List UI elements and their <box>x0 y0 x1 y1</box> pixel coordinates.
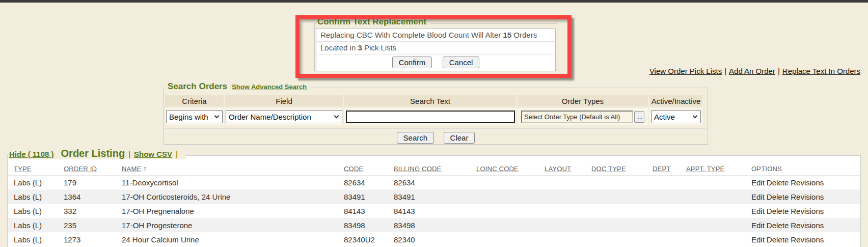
column-header-doc-type[interactable]: DOC TYPE <box>585 162 646 175</box>
table-cell: 83491 <box>338 189 388 204</box>
chevron-down-icon <box>693 113 698 118</box>
show-advanced-search-link[interactable]: Show Advanced Search <box>232 83 307 91</box>
search-orders-panel: Search OrdersShow Advanced Search Criter… <box>164 88 708 145</box>
table-cell <box>470 218 538 232</box>
order-listing-title: Order Listing <box>61 148 125 159</box>
column-header-label: NAME <box>122 165 141 173</box>
table-cell <box>646 189 680 204</box>
column-header-label: DOC TYPE <box>591 165 626 173</box>
active-inactive-select[interactable]: Active <box>651 110 701 123</box>
message-text: Orders <box>511 31 537 39</box>
column-header-layout[interactable]: LAYOUT <box>538 162 585 175</box>
table-cell <box>680 204 745 218</box>
column-header-code[interactable]: CODE <box>338 162 388 175</box>
column-header-label: APPT. TYPE <box>686 165 724 173</box>
legend-separator: | <box>128 150 130 158</box>
sort-ascending-icon: ↑ <box>143 164 147 173</box>
table-cell: 17-OH Pregnenalone <box>116 204 338 218</box>
revisions-link[interactable]: Revisions <box>791 235 824 244</box>
table-cell <box>646 175 680 189</box>
header-field: Field <box>225 95 343 106</box>
delete-link[interactable]: Delete <box>767 221 789 230</box>
dialog-message-line2: Located in 3 Pick Lists <box>316 42 555 54</box>
search-header-row: Criteria Field Search Text Order Types A… <box>165 95 707 106</box>
column-header-loinc-code[interactable]: LOINC CODE <box>470 162 538 175</box>
row-options-cell: EditDeleteRevisions <box>745 175 860 189</box>
column-header-name[interactable]: NAME↑ <box>116 162 338 175</box>
table-cell: 1364 <box>58 189 116 204</box>
table-cell <box>680 175 745 189</box>
field-select[interactable]: Order Name/Description <box>226 110 342 123</box>
table-cell: 84143 <box>388 204 470 218</box>
revisions-link[interactable]: Revisions <box>791 193 824 201</box>
dialog-body: Replacing CBC With Complete Blood Count … <box>316 29 556 71</box>
revisions-link[interactable]: Revisions <box>791 207 824 215</box>
order-table-header-row: TYPEORDER IDNAME↑CODEBILLING CODELOINC C… <box>8 162 860 175</box>
column-header-label: TYPE <box>14 165 32 173</box>
chevron-down-icon <box>334 113 339 118</box>
revisions-link[interactable]: Revisions <box>791 221 824 230</box>
table-cell: 1273 <box>58 232 116 246</box>
table-cell <box>646 218 680 232</box>
search-button[interactable]: Search <box>397 132 435 144</box>
criteria-selected-value: Begins with <box>169 113 208 121</box>
top-link-add-an-order[interactable]: Add An Order <box>729 67 775 75</box>
header-criteria: Criteria <box>165 95 224 106</box>
link-separator: | <box>775 67 782 75</box>
delete-link[interactable]: Delete <box>767 178 789 187</box>
column-header-label: CODE <box>344 165 363 173</box>
page-action-links: View Order Pick Lists|Add An Order|Repla… <box>649 67 860 75</box>
search-panel-title: Search Orders <box>168 81 227 91</box>
column-header-order-id[interactable]: ORDER ID <box>58 162 116 175</box>
table-row: Labs (L)33217-OH Pregnenalone8414384143E… <box>8 204 860 218</box>
delete-link[interactable]: Delete <box>767 207 789 215</box>
column-header-label: LOINC CODE <box>476 165 519 173</box>
edit-link[interactable]: Edit <box>751 221 765 230</box>
delete-link[interactable]: Delete <box>767 235 789 244</box>
confirm-button[interactable]: Confirm <box>392 57 432 68</box>
search-controls-row: Begins with Order Name/Description Selec… <box>165 108 707 125</box>
order-type-browse-button[interactable]: ... <box>634 111 644 123</box>
active-selected-value: Active <box>654 113 675 121</box>
table-cell: 82340 <box>388 232 470 246</box>
table-cell: 17-OH Corticosteroids, 24 Urine <box>116 189 338 204</box>
table-cell <box>585 218 646 232</box>
revisions-link[interactable]: Revisions <box>791 178 824 187</box>
column-header-billing-code[interactable]: BILLING CODE <box>388 162 470 175</box>
table-cell <box>585 189 646 204</box>
column-header-type[interactable]: TYPE <box>8 162 58 175</box>
confirm-dialog: Confirm Text Replacement Replacing CBC W… <box>314 23 557 71</box>
column-header-options: OPTIONS <box>745 162 860 175</box>
search-button-row: Search Clear <box>165 128 707 144</box>
edit-link[interactable]: Edit <box>751 193 765 201</box>
link-separator: | <box>722 67 729 75</box>
order-type-value: Select Order Type (Default is All) <box>521 111 633 123</box>
cancel-button[interactable]: Cancel <box>443 57 480 68</box>
search-text-input[interactable] <box>346 111 515 123</box>
criteria-select[interactable]: Begins with <box>166 110 223 123</box>
column-header-dept[interactable]: DEPT <box>646 162 680 175</box>
legend-separator: | <box>176 150 178 158</box>
clear-button[interactable]: Clear <box>444 132 475 144</box>
edit-link[interactable]: Edit <box>751 178 765 187</box>
delete-link[interactable]: Delete <box>767 193 789 201</box>
hide-count-link[interactable]: Hide ( 1108 ) <box>9 150 54 158</box>
field-cell: Order Name/Description <box>225 108 343 125</box>
edit-link[interactable]: Edit <box>751 207 765 215</box>
table-cell: 179 <box>58 175 116 189</box>
top-link-view-order-pick-lists[interactable]: View Order Pick Lists <box>649 67 722 75</box>
table-cell: 82340U2 <box>338 232 388 246</box>
message-text: Located in <box>320 43 358 52</box>
edit-link[interactable]: Edit <box>751 235 765 244</box>
table-cell <box>538 232 585 246</box>
header-active-inactive: Active/Inactive <box>649 95 702 106</box>
pick-list-count: 3 <box>358 43 362 52</box>
show-csv-link[interactable]: Show CSV <box>134 150 172 158</box>
dialog-message-line1: Replacing CBC With Complete Blood Count … <box>316 29 555 42</box>
top-link-replace-text-in-orders[interactable]: Replace Text In Orders <box>782 67 860 75</box>
column-header-appt-type[interactable]: APPT. TYPE <box>680 162 745 175</box>
order-count: 15 <box>503 31 511 39</box>
table-cell: 82634 <box>388 175 470 189</box>
column-header-label: BILLING CODE <box>394 165 441 173</box>
table-cell: 82634 <box>338 175 388 189</box>
